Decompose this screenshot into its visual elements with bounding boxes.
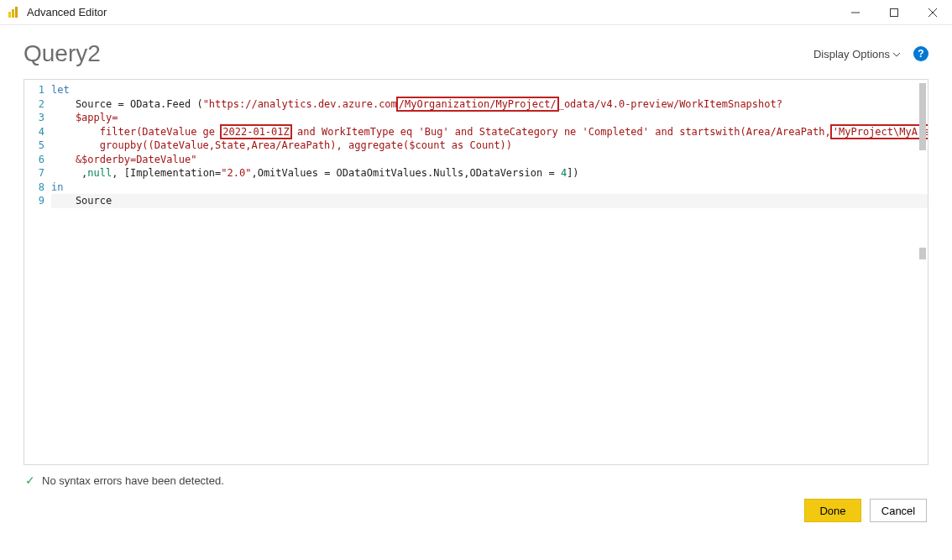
chevron-down-icon (893, 48, 900, 60)
status-text: No syntax errors have been detected. (42, 474, 224, 487)
display-options-label: Display Options (813, 48, 890, 60)
highlight-areapath: 'MyProject\MyAreaPath'))/ (830, 124, 928, 139)
svg-rect-4 (891, 8, 898, 16)
scrollbar-thumb[interactable] (919, 248, 926, 259)
editor-header: Query2 Display Options ? (24, 40, 928, 67)
svg-rect-2 (15, 7, 18, 18)
display-options-dropdown[interactable]: Display Options (813, 48, 900, 60)
help-icon[interactable]: ? (913, 46, 928, 61)
scrollbar-thumb[interactable] (919, 83, 926, 150)
code-area[interactable]: let Source = OData.Feed ("https://analyt… (50, 80, 928, 464)
done-button[interactable]: Done (804, 499, 861, 522)
syntax-status: ✓ No syntax errors have been detected. (24, 465, 928, 495)
window-title: Advanced Editor (27, 6, 836, 18)
line-number-gutter: 1 2 3 4 5 6 7 8 9 (24, 80, 50, 464)
cancel-button[interactable]: Cancel (870, 499, 927, 522)
query-title: Query2 (24, 40, 101, 67)
check-icon: ✓ (25, 474, 35, 487)
svg-rect-1 (12, 9, 14, 18)
close-button[interactable] (913, 0, 952, 25)
minimize-button[interactable] (836, 0, 875, 25)
powerbi-icon (7, 6, 20, 19)
dialog-buttons: Done Cancel (24, 495, 928, 522)
svg-rect-0 (8, 12, 11, 18)
highlight-date: 2022-01-01Z (220, 124, 291, 139)
window-controls (836, 0, 952, 25)
code-editor[interactable]: 1 2 3 4 5 6 7 8 9 let Source = OData.Fee… (24, 79, 928, 465)
maximize-button[interactable] (875, 0, 913, 25)
window-titlebar: Advanced Editor (0, 0, 952, 25)
highlight-org-project: /MyOrganization/MyProject/ (396, 97, 559, 112)
